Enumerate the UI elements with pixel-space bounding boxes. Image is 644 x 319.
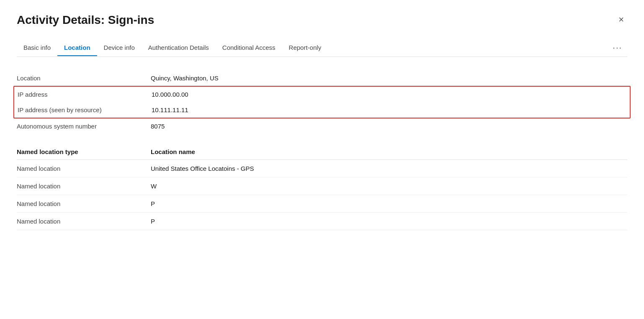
ip-address-value: 10.000.00.00: [152, 91, 188, 98]
location-label: Location: [17, 75, 151, 82]
named-location-row-1: Named location W: [17, 178, 627, 195]
location-name-0: United States Office Locatoins - GPS: [151, 165, 254, 172]
location-name-3: P: [151, 218, 155, 225]
named-location-row-3: Named location P: [17, 213, 627, 230]
named-location-row-0: Named location United States Office Loca…: [17, 160, 627, 178]
tabs-more-button[interactable]: ···: [608, 39, 627, 57]
ip-address-row: IP address 10.000.00.00: [18, 87, 626, 102]
panel-title: Activity Details: Sign-ins: [17, 13, 154, 27]
ip-address-resource-value: 10.111.11.11: [152, 106, 188, 113]
location-content: Location Quincy, Washington, US IP addre…: [17, 67, 627, 234]
ip-highlighted-section: IP address 10.000.00.00 IP address (seen…: [13, 86, 631, 118]
named-location-type-2: Named location: [17, 200, 151, 207]
location-name-2: P: [151, 200, 155, 207]
ip-address-label: IP address: [18, 91, 152, 98]
location-value: Quincy, Washington, US: [151, 75, 219, 82]
named-location-section: Named location type Location name Named …: [17, 144, 627, 230]
autonomous-label: Autonomous system number: [17, 123, 151, 130]
tab-basic-info[interactable]: Basic info: [17, 40, 57, 56]
close-button[interactable]: ×: [615, 13, 627, 26]
autonomous-row: Autonomous system number 8075: [17, 118, 627, 134]
tabs-bar: Basic info Location Device info Authenti…: [17, 39, 627, 57]
named-location-type-3: Named location: [17, 218, 151, 225]
tab-report-only[interactable]: Report-only: [282, 40, 328, 56]
location-name-1: W: [151, 183, 157, 190]
panel-header: Activity Details: Sign-ins ×: [17, 13, 627, 27]
location-row: Location Quincy, Washington, US: [17, 70, 627, 86]
activity-details-panel: Activity Details: Sign-ins × Basic info …: [0, 0, 644, 250]
named-location-type-0: Named location: [17, 165, 151, 172]
tab-location[interactable]: Location: [57, 40, 97, 56]
ip-address-resource-row: IP address (seen by resource) 10.111.11.…: [18, 102, 626, 118]
tab-device-info[interactable]: Device info: [97, 40, 142, 56]
tab-authentication-details[interactable]: Authentication Details: [142, 40, 216, 56]
named-location-type-1: Named location: [17, 183, 151, 190]
named-location-type-header: Named location type: [17, 148, 151, 155]
tab-conditional-access[interactable]: Conditional Access: [216, 40, 282, 56]
autonomous-value: 8075: [151, 123, 165, 130]
ip-address-resource-label: IP address (seen by resource): [18, 106, 152, 113]
named-location-header: Named location type Location name: [17, 144, 627, 160]
location-name-header: Location name: [151, 148, 195, 155]
named-location-row-2: Named location P: [17, 195, 627, 213]
